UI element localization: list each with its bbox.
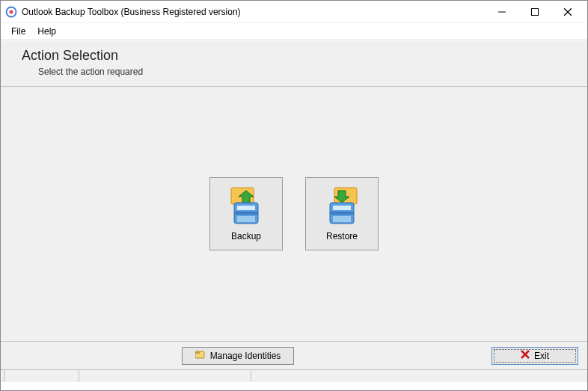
page-subtitle: Select the action requared [38, 67, 574, 77]
page-title: Action Selection [22, 48, 574, 64]
backup-label: Backup [231, 231, 261, 241]
manage-identities-label: Manage Identities [210, 351, 281, 361]
svg-point-1 [10, 10, 13, 13]
backup-icon [225, 186, 267, 228]
titlebar: Outlook Backup Toolbox (Business Registe… [1, 1, 587, 23]
restore-button[interactable]: Restore [305, 177, 379, 250]
maximize-button[interactable] [518, 1, 551, 22]
menu-file[interactable]: File [5, 25, 31, 38]
svg-rect-15 [333, 216, 351, 222]
minimize-button[interactable] [486, 1, 518, 22]
exit-label: Exit [534, 351, 549, 361]
statusbar [1, 369, 587, 382]
footer: Manage Identities Exit [1, 341, 587, 369]
svg-rect-3 [532, 8, 539, 15]
svg-rect-8 [237, 206, 255, 210]
close-button[interactable] [551, 1, 584, 22]
window-title: Outlook Backup Toolbox (Business Registe… [22, 7, 486, 17]
page-header: Action Selection Select the action requa… [1, 40, 587, 87]
menu-help[interactable]: Help [31, 25, 62, 38]
manage-identities-button[interactable]: Manage Identities [182, 347, 294, 365]
svg-rect-10 [237, 216, 255, 222]
identities-icon [195, 350, 206, 361]
svg-rect-9 [234, 212, 258, 215]
app-icon [5, 6, 17, 18]
restore-label: Restore [326, 231, 358, 241]
exit-button[interactable]: Exit [491, 347, 578, 365]
menubar: File Help [1, 23, 587, 40]
svg-rect-17 [195, 351, 200, 354]
main-area: Backup Restore [1, 87, 587, 341]
close-icon [521, 350, 530, 361]
window-controls [486, 1, 584, 22]
svg-rect-13 [333, 206, 351, 210]
restore-icon [321, 186, 363, 228]
backup-button[interactable]: Backup [209, 177, 283, 250]
svg-rect-14 [330, 212, 354, 215]
